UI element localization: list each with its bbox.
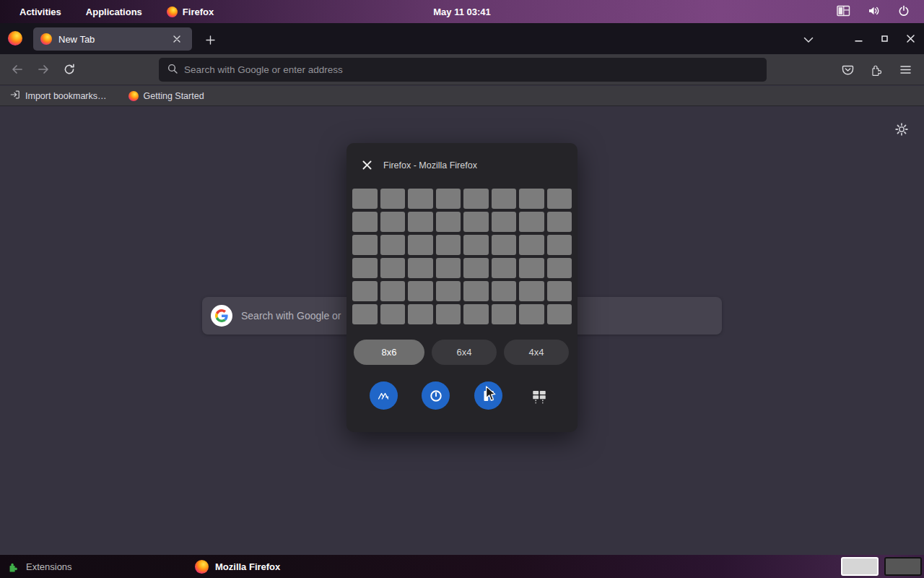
grid-cell[interactable]: [463, 212, 489, 232]
list-all-tabs-button[interactable]: [798, 30, 819, 49]
new-tab-button[interactable]: [201, 30, 219, 49]
grid-cell[interactable]: [352, 235, 378, 255]
grid-cell[interactable]: [547, 258, 572, 278]
tab-favicon-firefox-icon: [40, 33, 52, 45]
bookmark-import[interactable]: Import bookmarks…: [4, 87, 113, 104]
close-window-button[interactable]: [901, 29, 920, 48]
minimize-button[interactable]: [849, 29, 868, 48]
grid-cell[interactable]: [519, 304, 544, 324]
reload-button[interactable]: [58, 58, 81, 81]
grid-cell[interactable]: [436, 304, 461, 324]
grid-cell[interactable]: [352, 189, 378, 209]
grid-cell[interactable]: [547, 212, 572, 232]
bottom-task-bar: Extensions Mozilla Firefox: [0, 555, 924, 578]
grid-cell[interactable]: [380, 189, 406, 209]
activities-label: Activities: [19, 7, 61, 17]
bookmarks-bar: Import bookmarks… Getting Started: [0, 86, 924, 106]
taskbar-extensions[interactable]: Extensions: [7, 561, 72, 573]
grid-size-button-4x4[interactable]: 4x4: [504, 340, 569, 365]
grid-cell[interactable]: [463, 258, 489, 278]
grid-cell[interactable]: [408, 281, 433, 301]
grid-cell[interactable]: [519, 258, 544, 278]
grid-cell[interactable]: [463, 189, 489, 209]
grid-cell[interactable]: [492, 212, 517, 232]
grid-cell[interactable]: [408, 235, 433, 255]
firefox-icon: [195, 560, 209, 574]
search-icon: [167, 64, 178, 77]
firefox-favicon-icon: [128, 91, 139, 101]
grid-cell[interactable]: [436, 281, 461, 301]
applications-label: Applications: [86, 7, 142, 17]
grid-cell[interactable]: [352, 258, 378, 278]
tab-close-icon[interactable]: [169, 31, 185, 47]
menu-hamburger-icon[interactable]: [894, 59, 917, 82]
mountains-logo-button[interactable]: [370, 381, 398, 410]
app-menu-firefox[interactable]: Firefox: [157, 4, 223, 20]
grid-size-button-6x4[interactable]: 6x4: [432, 340, 497, 365]
tiling-dialog: Firefox - Mozilla Firefox 8x66x44x4: [346, 143, 578, 432]
grid-cell[interactable]: [352, 304, 378, 324]
tab-new-tab[interactable]: New Tab: [33, 27, 192, 51]
grid-cell[interactable]: [380, 304, 406, 324]
new-tab-page: Firefox - Mozilla Firefox 8x66x44x4: [0, 106, 924, 555]
workspace-active[interactable]: [841, 557, 879, 576]
grid-cell[interactable]: [492, 235, 517, 255]
power-toggle-button[interactable]: [422, 381, 450, 410]
grid-cell[interactable]: [380, 235, 406, 255]
tiles-settings-button[interactable]: [527, 384, 552, 408]
bookmark-getting-started[interactable]: Getting Started: [123, 89, 210, 103]
window-controls: [849, 29, 920, 48]
volume-icon[interactable]: [868, 5, 881, 19]
grid-cell[interactable]: [352, 212, 378, 232]
dialog-close-icon[interactable]: [359, 158, 374, 173]
mouse-cursor: [485, 386, 497, 405]
applications-menu[interactable]: Applications: [77, 4, 152, 20]
grid-cell[interactable]: [380, 212, 406, 232]
grid-cell[interactable]: [436, 235, 461, 255]
back-button[interactable]: [6, 58, 29, 81]
grid-cell[interactable]: [519, 212, 544, 232]
grid-cell[interactable]: [380, 258, 406, 278]
grid-cell[interactable]: [436, 258, 461, 278]
grid-cell[interactable]: [519, 281, 544, 301]
import-icon: [10, 90, 20, 102]
grid-cell[interactable]: [463, 304, 489, 324]
grid-cell[interactable]: [408, 212, 433, 232]
grid-cell[interactable]: [492, 258, 517, 278]
grid-cell[interactable]: [436, 189, 461, 209]
grid-cell[interactable]: [380, 281, 406, 301]
grid-cell[interactable]: [519, 235, 544, 255]
grid-size-button-8x6[interactable]: 8x6: [354, 340, 424, 365]
forward-button[interactable]: [32, 58, 55, 81]
grid-cell[interactable]: [547, 235, 572, 255]
grid-cell[interactable]: [547, 281, 572, 301]
grid-cell[interactable]: [492, 304, 517, 324]
grid-cell[interactable]: [492, 189, 517, 209]
tab-title: New Tab: [58, 34, 169, 45]
power-icon[interactable]: [898, 5, 910, 19]
url-input[interactable]: [184, 64, 758, 75]
grid-cell[interactable]: [492, 281, 517, 301]
activities-button[interactable]: Activities: [10, 4, 71, 20]
pocket-icon[interactable]: [836, 59, 859, 82]
grid-cell[interactable]: [408, 189, 433, 209]
grid-cell[interactable]: [519, 189, 544, 209]
workspace-inactive[interactable]: [884, 557, 922, 576]
grid-cell[interactable]: [463, 281, 489, 301]
grid-cell[interactable]: [436, 212, 461, 232]
grid-cell[interactable]: [352, 281, 378, 301]
grid-cell[interactable]: [547, 189, 572, 209]
grid-cell[interactable]: [547, 304, 572, 324]
tiling-indicator-icon[interactable]: [837, 5, 850, 19]
grid-cell[interactable]: [463, 235, 489, 255]
taskbar-window-firefox[interactable]: Mozilla Firefox: [195, 560, 280, 574]
extensions-puzzle-icon[interactable]: [865, 59, 888, 82]
firefox-icon: [167, 7, 178, 17]
personalize-gear-icon[interactable]: [894, 122, 909, 137]
grid-cell[interactable]: [408, 258, 433, 278]
grid-cell[interactable]: [408, 304, 433, 324]
taskbar-extensions-label: Extensions: [26, 561, 72, 572]
maximize-button[interactable]: [875, 29, 894, 48]
url-bar[interactable]: [159, 58, 767, 82]
dialog-title: Firefox - Mozilla Firefox: [383, 160, 477, 171]
